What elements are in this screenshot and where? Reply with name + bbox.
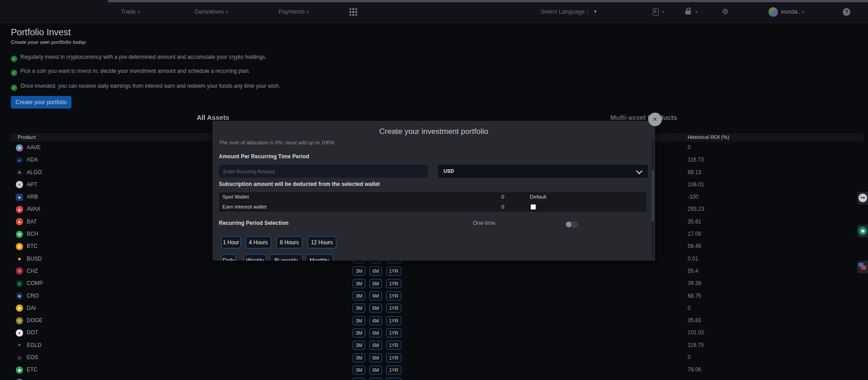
period-buttons: 3M6M1YR (353, 378, 401, 380)
roi-period-button-6m[interactable]: 6M (369, 328, 382, 337)
period-option-4-hours[interactable]: 4 Hours (245, 236, 271, 248)
wallet-caret[interactable]: ▾ (693, 0, 698, 24)
roi-period-button-3m[interactable]: 3M (353, 341, 365, 350)
help-icon[interactable]: ? (843, 8, 850, 16)
roi-value: 99.13 (688, 166, 701, 179)
tab-all-assets[interactable]: All Assets (197, 114, 229, 121)
one-time-toggle[interactable] (566, 221, 578, 228)
table-row[interactable]: ◆CRO3M6M1YR68.75 (11, 290, 863, 302)
btc-coin-icon: B (16, 243, 23, 250)
orders-icon[interactable] (653, 8, 659, 16)
modal-scrollbar-thumb[interactable] (651, 170, 654, 222)
roi-period-button-1yr[interactable]: 1YR (386, 316, 401, 325)
period-buttons: 3M6M1YR (353, 291, 401, 300)
wallet-name: Spot Wallet (222, 192, 249, 202)
create-portfolio-button[interactable]: Create your portfolio (11, 96, 71, 109)
roi-period-button-3m[interactable]: 3M (353, 328, 365, 337)
table-row[interactable]: ◈DAI3M6M1YR0 (11, 302, 863, 314)
table-row[interactable]: ×EGLD3M6M1YR119.75 (11, 339, 863, 352)
roi-period-button-1yr[interactable]: 1YR (386, 304, 401, 313)
settings-gear-icon[interactable]: ⚙ (722, 0, 728, 24)
table-row[interactable]: ●DOT3M6M1YR101.02 (11, 327, 863, 339)
column-header-roi: Historical ROI (%) (688, 134, 729, 140)
roi-value: 35.83 (688, 314, 701, 327)
roi-period-button-6m[interactable]: 6M (369, 353, 382, 362)
period-option-daily[interactable]: Daily (221, 254, 236, 261)
toggle-knob (566, 222, 571, 227)
table-row[interactable]: ◆ETC3M6M1YR78.06 (11, 364, 863, 376)
roi-value: 0 (688, 142, 691, 154)
nav-menu-derivatives[interactable]: Derivatives▾ (195, 0, 228, 24)
coin-symbol: BAT (27, 216, 37, 228)
tab-multi-asset-products[interactable]: Multi-asset Products (610, 114, 677, 121)
roi-value: 0 (688, 352, 691, 364)
wallet-note: Subscription amount will be deducted fro… (219, 181, 380, 187)
avax-coin-icon: ▲ (16, 206, 23, 213)
roi-period-button-6m[interactable]: 6M (369, 366, 382, 375)
table-row[interactable]: VCHZ3M6M1YR55.4 (11, 265, 863, 277)
period-option-monthly[interactable]: Monthly (305, 254, 333, 261)
roi-period-button-6m[interactable]: 6M (369, 304, 382, 313)
period-option-1-hour[interactable]: 1 Hour (221, 236, 241, 248)
benefit-bullet: ✓Pick a coin you want to invest in, deci… (11, 68, 250, 76)
recurring-amount-input[interactable] (219, 165, 428, 178)
roi-value: 78.06 (688, 364, 701, 376)
roi-period-button-1yr[interactable]: 1YR (386, 266, 401, 276)
user-avatar[interactable] (769, 7, 778, 17)
roi-period-button-6m[interactable]: 6M (369, 291, 382, 300)
apps-grid-icon[interactable] (349, 8, 357, 16)
roi-period-button-6m[interactable]: 6M (369, 266, 382, 276)
roi-period-button-3m[interactable]: 3M (353, 266, 365, 276)
period-option-bi-weekly[interactable]: Bi-weekly (269, 254, 303, 261)
table-row[interactable]: ÐDOGE3M6M1YR35.83 (11, 314, 863, 327)
share-icon: ↪ (859, 194, 867, 202)
wallet-default-label: Default (530, 192, 546, 202)
roi-period-button-1yr[interactable]: 1YR (386, 378, 401, 380)
roi-period-button-6m[interactable]: 6M (369, 279, 382, 288)
close-icon[interactable]: × (648, 113, 662, 126)
etc-coin-icon: ◆ (16, 366, 23, 374)
table-row[interactable]: ◇EOS3M6M1YR0 (11, 352, 863, 364)
roi-period-button-1yr[interactable]: 1YR (386, 328, 401, 337)
roi-period-button-3m[interactable]: 3M (353, 279, 365, 288)
wallet-row-earn[interactable]: Earn interest wallet 0 (219, 202, 646, 212)
roi-period-button-3m[interactable]: 3M (353, 291, 365, 300)
wallet-lock-icon[interactable] (685, 10, 691, 14)
period-buttons: 3M6M1YR (353, 353, 401, 362)
roi-period-button-6m[interactable]: 6M (369, 316, 382, 325)
wallet-row-spot[interactable]: Spot Wallet 0 Default (219, 192, 646, 202)
period-option-weekly[interactable]: Weekly (244, 254, 266, 261)
roi-period-button-1yr[interactable]: 1YR (386, 353, 401, 362)
nav-menu-payments[interactable]: Payments▾ (278, 0, 308, 24)
chatgpt-extension-button[interactable]: ∗ (857, 225, 868, 238)
orders-caret[interactable]: ▾ (660, 0, 664, 24)
page-subtitle: Create your own portfolio today (11, 39, 86, 45)
roi-period-button-1yr[interactable]: 1YR (386, 279, 401, 288)
language-dropdown-icon[interactable]: ▼ (593, 0, 598, 24)
chz-coin-icon: V (16, 267, 23, 275)
select-language[interactable]: Select Language (541, 0, 585, 24)
chat-extension-button[interactable] (857, 261, 868, 273)
roi-period-button-6m[interactable]: 6M (369, 378, 382, 380)
roi-period-button-3m[interactable]: 3M (353, 304, 365, 313)
table-row[interactable]: ≣COMP3M6M1YR39.38 (11, 277, 863, 290)
roi-period-button-3m[interactable]: 3M (353, 353, 365, 362)
nav-menu-trade[interactable]: Trade▾ (121, 0, 140, 24)
roi-period-button-1yr[interactable]: 1YR (386, 341, 401, 350)
period-buttons: 3M6M1YR (353, 266, 401, 276)
roi-period-button-6m[interactable]: 6M (369, 341, 382, 350)
roi-period-button-3m[interactable]: 3M (353, 316, 365, 325)
roi-period-button-1yr[interactable]: 1YR (386, 366, 401, 375)
check-icon: ✓ (11, 70, 17, 76)
share-extension-button[interactable]: ↪ (857, 192, 868, 204)
egld-coin-icon: × (16, 342, 23, 349)
roi-period-button-3m[interactable]: 3M (353, 366, 365, 375)
period-option-12-hours[interactable]: 12 Hours (307, 236, 336, 248)
wallet-default-checkbox[interactable] (531, 204, 536, 209)
table-row[interactable]: ◆ETH3M6M1YR (11, 376, 863, 380)
roi-period-button-1yr[interactable]: 1YR (386, 291, 401, 300)
roi-period-button-3m[interactable]: 3M (353, 378, 365, 380)
user-menu[interactable]: kunda..▾ (781, 0, 804, 24)
period-option-8-hours[interactable]: 8 Hours (276, 236, 302, 248)
currency-select[interactable]: USD (438, 165, 648, 178)
